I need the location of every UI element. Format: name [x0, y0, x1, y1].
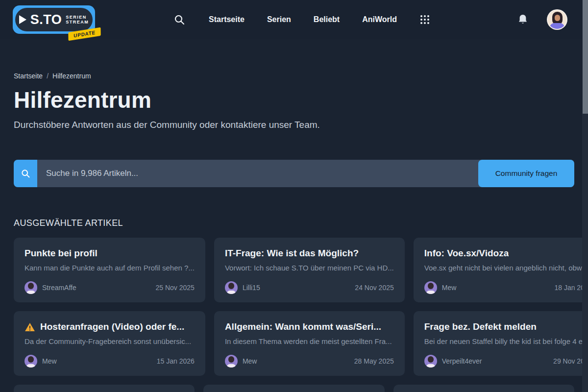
article-author: Lilli15	[243, 284, 260, 292]
article-title: Hosteranfragen (Video) oder fe...	[40, 321, 184, 332]
breadcrumb-current: Hilfezentrum	[52, 72, 91, 80]
article-excerpt: Voe.sx geht nicht bei vielen angeblich n…	[424, 264, 588, 272]
featured-articles-grid: Punkte bei profil Kann man die Punkte au…	[14, 238, 574, 376]
article-date: 25 Nov 2025	[155, 284, 194, 292]
scrollbar-thumb[interactable]	[583, 0, 588, 114]
article-card[interactable]: Allgemein: Wann kommt was/Seri... In die…	[214, 311, 405, 376]
logo-tagline: SERIEN STREAM	[66, 15, 89, 25]
author-avatar	[424, 281, 437, 294]
article-author: Mew	[442, 284, 457, 292]
article-author: Verpeilt4ever	[442, 357, 482, 365]
author-avatar	[225, 355, 238, 368]
avatar-face	[555, 15, 560, 21]
article-excerpt: Da der Community-Fragebereich sonst unüb…	[24, 337, 195, 345]
author-avatar	[424, 355, 437, 368]
article-card[interactable]: IT-Frage: Wie ist das Möglich? Vorwort: …	[214, 238, 405, 302]
article-meta: Mew 15 Jan 2026	[24, 355, 195, 368]
article-author: Mew	[243, 357, 257, 365]
user-avatar[interactable]	[548, 10, 566, 29]
site-logo[interactable]: S.TO SERIEN STREAM UPDATE	[13, 5, 95, 34]
article-card[interactable]: Punkte bei profil Kann man die Punkte au…	[14, 238, 205, 302]
article-excerpt: Bei der neuen Staffel billy the kid ist …	[424, 337, 588, 345]
main-nav: Startseite Serien Beliebt AniWorld	[209, 15, 397, 24]
article-title: Info: Voe.sx/Vidoza	[424, 248, 509, 259]
article-title: Allgemein: Wann kommt was/Seri...	[225, 321, 381, 332]
apps-grid-icon[interactable]	[420, 15, 429, 24]
ask-community-button[interactable]: Community fragen	[478, 160, 574, 187]
notifications-bell-icon[interactable]	[517, 14, 528, 25]
avatar-torso	[550, 23, 564, 29]
top-navbar: S.TO SERIEN STREAM UPDATE Startseite Ser…	[0, 0, 588, 39]
article-excerpt: In diesem Thema werden die meist gestell…	[225, 337, 394, 345]
nav-item-serien[interactable]: Serien	[267, 15, 291, 24]
article-title: Punkte bei profil	[24, 248, 98, 259]
scrollbar-track[interactable]	[582, 0, 588, 392]
search-iconbox	[14, 160, 37, 187]
article-date: 15 Jan 2026	[157, 357, 195, 365]
page-subtitle: Durchstöbere Antworten aus der Community…	[14, 120, 574, 130]
nav-item-beliebt[interactable]: Beliebt	[314, 15, 340, 24]
logo-pill: S.TO SERIEN STREAM	[15, 8, 93, 31]
article-date: 28 May 2025	[354, 357, 394, 365]
page-title: Hilfezentrum	[14, 87, 574, 113]
breadcrumb-home[interactable]: Startseite	[14, 72, 43, 80]
article-search-bar: Community fragen	[14, 160, 574, 187]
author-avatar	[24, 355, 37, 368]
article-meta: Mew 28 May 2025	[225, 355, 394, 368]
logo-brand-text: S.TO	[30, 12, 62, 27]
search-icon[interactable]	[173, 14, 185, 25]
article-card[interactable]: Hosteranfragen (Video) oder fe... Da der…	[14, 311, 205, 376]
author-avatar	[24, 281, 37, 294]
nav-item-aniworld[interactable]: AniWorld	[362, 15, 397, 24]
article-author: Mew	[42, 357, 57, 365]
nav-item-startseite[interactable]: Startseite	[209, 15, 245, 24]
search-icon	[21, 169, 30, 178]
article-title: Frage bez. Defekt melden	[424, 321, 537, 332]
featured-articles-heading: AUSGEWÄHLTE ARTIKEL	[14, 218, 574, 228]
help-center-page: Startseite / Hilfezentrum Hilfezentrum D…	[0, 72, 588, 392]
breadcrumb: Startseite / Hilfezentrum	[14, 72, 574, 80]
article-meta: StreamAffe 25 Nov 2025	[24, 281, 195, 294]
author-avatar	[225, 281, 238, 294]
article-card-partial[interactable]	[203, 385, 384, 392]
article-card[interactable]: Frage bez. Defekt melden Bei der neuen S…	[414, 311, 588, 376]
breadcrumb-separator: /	[47, 72, 49, 80]
article-meta: Verpeilt4ever 29 Nov 2025	[424, 355, 588, 368]
article-author: StreamAffe	[42, 284, 76, 292]
next-row-partial	[14, 385, 574, 392]
article-card-partial[interactable]	[393, 385, 574, 392]
warning-icon	[24, 322, 35, 332]
article-meta: Mew 18 Jan 2026	[424, 281, 588, 294]
article-card-partial[interactable]	[14, 385, 195, 392]
article-date: 24 Nov 2025	[355, 284, 393, 292]
article-excerpt: Kann man die Punkte auch auf dem Profil …	[24, 264, 195, 272]
article-card[interactable]: Info: Voe.sx/Vidoza Voe.sx geht nicht be…	[414, 238, 588, 302]
article-meta: Lilli15 24 Nov 2025	[225, 281, 394, 294]
article-excerpt: Vorwort: Ich schaue S.TO über meinen PC …	[225, 264, 394, 272]
play-icon	[19, 15, 26, 24]
article-title: IT-Frage: Wie ist das Möglich?	[225, 248, 359, 259]
